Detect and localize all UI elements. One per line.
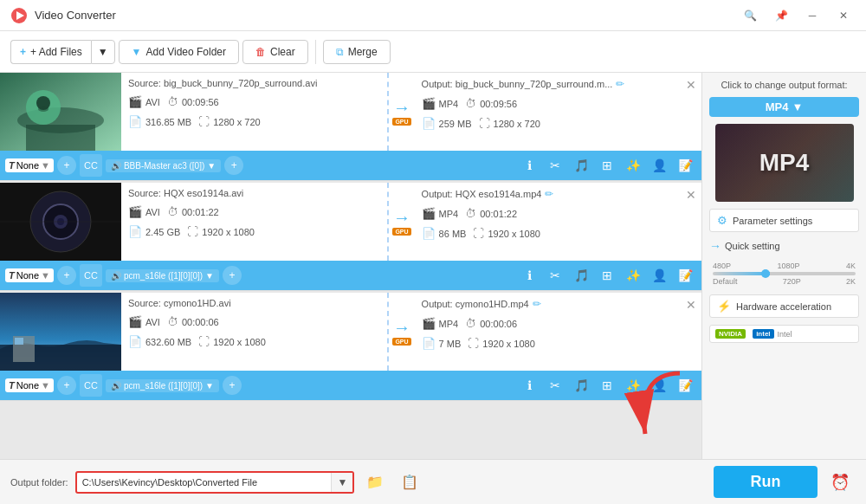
cut-btn-1[interactable]: ✂ xyxy=(544,154,566,177)
add-subtitle-btn-3[interactable]: + xyxy=(57,376,76,395)
folder-dropdown-arrow[interactable]: ▼ xyxy=(331,473,352,492)
svg-rect-17 xyxy=(15,338,23,345)
resolution-icon: ⛶ xyxy=(187,225,198,238)
search-title-btn[interactable]: 🔍 xyxy=(738,3,762,28)
audio-track-1[interactable]: 🔊 BBB-Master ac3 ([0]) ▼ xyxy=(106,159,221,172)
edit-output-name-2[interactable]: ✏ xyxy=(545,188,553,200)
effect-btn-2[interactable]: ✨ xyxy=(622,264,644,287)
app-icon xyxy=(10,7,28,24)
add-files-button[interactable]: + + Add Files xyxy=(10,40,91,64)
format-selector[interactable]: MP4 ▼ xyxy=(709,97,859,117)
run-button[interactable]: Run xyxy=(714,466,818,498)
audio-track-value: pcm_s16le ([1][0][0]) xyxy=(124,271,203,281)
intel-logo: intel xyxy=(753,329,773,339)
param-settings-button[interactable]: ⚙ Parameter settings xyxy=(709,209,859,232)
hw-accel-button[interactable]: ⚡ Hardware acceleration xyxy=(709,294,859,318)
output-resolution-icon: ⛶ xyxy=(468,337,479,350)
file-close-btn-1[interactable]: ✕ xyxy=(681,73,701,151)
output-file-icon: 📄 xyxy=(422,337,436,350)
clear-button[interactable]: 🗑 Clear xyxy=(242,40,308,64)
crop-btn-3[interactable]: ⊞ xyxy=(596,374,618,397)
slider-thumb[interactable] xyxy=(761,269,770,278)
quick-setting-label: → Quick setting xyxy=(709,239,859,253)
audio-track-2[interactable]: 🔊 pcm_s16le ([1][0][0]) ▼ xyxy=(106,269,219,282)
output-folder-input[interactable] xyxy=(77,474,332,491)
close-btn[interactable]: ✕ xyxy=(831,3,856,28)
subtitle-edit-btn-1[interactable]: 📝 xyxy=(674,154,696,177)
file-icon: 📄 xyxy=(128,335,142,348)
cc-btn-2[interactable]: CC xyxy=(80,264,102,287)
hw-accel-icon: ⚡ xyxy=(717,300,731,313)
output-resolution-icon: ⛶ xyxy=(473,227,484,240)
source-format-1: 🎬 AVI xyxy=(128,95,160,108)
toolbar-divider xyxy=(315,40,316,64)
audio-icon: 🔊 xyxy=(111,271,121,281)
add-audio-btn-3[interactable]: + xyxy=(223,376,242,395)
source-filename-3: Source: cymono1HD.avi xyxy=(128,298,380,308)
cut-btn-2[interactable]: ✂ xyxy=(544,264,566,287)
pin-title-btn[interactable]: 📌 xyxy=(769,3,793,28)
hw-accel-label: Hardware acceleration xyxy=(736,301,831,312)
output-duration-value: 00:09:56 xyxy=(480,99,517,109)
label-1080p: 1080P xyxy=(777,262,799,270)
subtitle-edit-btn-3[interactable]: 📝 xyxy=(674,374,696,397)
cut-btn-3[interactable]: ✂ xyxy=(544,374,566,397)
add-files-dropdown[interactable]: ▼ xyxy=(91,40,115,64)
info-btn-1[interactable]: ℹ xyxy=(518,154,540,177)
watermark-btn-2[interactable]: 👤 xyxy=(648,264,670,287)
audio-track-3[interactable]: 🔊 pcm_s16le ([1][0][0]) ▼ xyxy=(106,379,219,392)
file-row: Source: big_buck_bunny_720p_surround.avi… xyxy=(0,73,701,151)
merge-button[interactable]: ⧉ Merge xyxy=(323,40,391,64)
slider-track[interactable] xyxy=(713,272,856,275)
output-size-2: 📄 86 MB xyxy=(422,227,467,240)
output-size-value: 259 MB xyxy=(439,119,472,129)
add-folder-button[interactable]: ▼ Add Video Folder xyxy=(119,40,239,64)
label-2k: 2K xyxy=(846,277,856,286)
source-size-3: 📄 632.60 MB xyxy=(128,335,191,348)
output-resolution-value: 1280 x 720 xyxy=(494,119,540,129)
add-audio-btn-2[interactable]: + xyxy=(223,266,242,285)
folder-browse-button[interactable]: 📁 xyxy=(361,468,389,496)
cc-btn-3[interactable]: CC xyxy=(80,374,102,397)
subtitle-edit-btn-2[interactable]: 📝 xyxy=(674,264,696,287)
crop-btn-1[interactable]: ⊞ xyxy=(596,154,618,177)
alarm-button[interactable]: ⏰ xyxy=(824,467,856,498)
add-subtitle-btn-1[interactable]: + xyxy=(57,156,76,175)
crop-btn-2[interactable]: ⊞ xyxy=(596,264,618,287)
subtitle-select-1[interactable]: T None ▼ xyxy=(5,158,54,172)
source-resolution-3: ⛶ 1920 x 1080 xyxy=(198,335,266,348)
source-resolution-value: 1280 x 720 xyxy=(213,117,260,127)
file-source-details-2: Source: HQX eso1914a.avi 🎬 AVI ⏱ 00:01:2… xyxy=(121,183,389,261)
info-btn-2[interactable]: ℹ xyxy=(518,264,540,287)
format-icon: 🎬 xyxy=(128,95,142,108)
minimize-btn[interactable]: ─ xyxy=(800,3,824,28)
source-format-value: AVI xyxy=(145,317,160,327)
subtitle-select-3[interactable]: T None ▼ xyxy=(5,378,54,392)
file-close-btn-3[interactable]: ✕ xyxy=(681,293,701,371)
effect-btn-1[interactable]: ✨ xyxy=(622,154,644,177)
info-btn-3[interactable]: ℹ xyxy=(518,374,540,397)
watermark-btn-3[interactable]: 👤 xyxy=(648,374,670,397)
add-audio-btn-1[interactable]: + xyxy=(224,156,243,175)
file-item-3: Source: cymono1HD.avi 🎬 AVI ⏱ 00:00:06 xyxy=(0,293,701,401)
file-close-btn-2[interactable]: ✕ xyxy=(681,183,701,261)
cc-btn-1[interactable]: CC xyxy=(80,154,102,177)
format-value: MP4 xyxy=(766,100,789,113)
acceleration-brands: NVIDIA intel Intel xyxy=(709,325,859,343)
watermark-btn-1[interactable]: 👤 xyxy=(648,154,670,177)
audio-edit-btn-3[interactable]: 🎵 xyxy=(570,374,592,397)
audio-edit-btn-1[interactable]: 🎵 xyxy=(570,154,592,177)
source-format-2: 🎬 AVI xyxy=(128,205,160,218)
edit-output-name-3[interactable]: ✏ xyxy=(533,298,541,310)
subtitle-select-2[interactable]: T None ▼ xyxy=(5,268,54,282)
source-duration-value: 00:00:06 xyxy=(182,317,219,327)
edit-output-name-1[interactable]: ✏ xyxy=(616,78,624,90)
source-duration-3: ⏱ 00:00:06 xyxy=(167,315,219,328)
file-thumbnail-1 xyxy=(0,73,121,151)
format-dropdown-icon: ▼ xyxy=(792,100,803,113)
audio-edit-btn-2[interactable]: 🎵 xyxy=(570,264,592,287)
add-subtitle-btn-2[interactable]: + xyxy=(57,266,76,285)
resolution-icon: ⛶ xyxy=(198,115,210,128)
schedule-button[interactable]: 📋 xyxy=(396,468,423,496)
effect-btn-3[interactable]: ✨ xyxy=(622,374,644,397)
